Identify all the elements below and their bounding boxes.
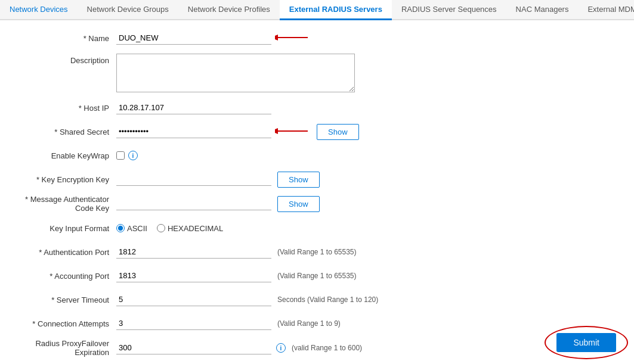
proxy-failover-label: Radius ProxyFailover Expiration xyxy=(12,339,116,357)
connection-attempts-row: * Connection Attempts (Valid Range 1 to … xyxy=(12,315,622,332)
server-timeout-hint: Seconds (Valid Range 1 to 120) xyxy=(277,295,378,304)
proxy-failover-row: Radius ProxyFailover Expiration i (valid… xyxy=(12,339,622,357)
tab-network-device-profiles[interactable]: Network Device Profiles xyxy=(178,0,280,20)
shared-secret-arrow-annotation xyxy=(275,126,311,138)
connection-attempts-hint: (Valid Range 1 to 9) xyxy=(277,319,341,328)
tab-radius-server-sequences[interactable]: RADIUS Server Sequences xyxy=(392,0,506,20)
enable-keywrap-checkbox[interactable] xyxy=(116,151,125,160)
description-input[interactable] xyxy=(116,54,355,92)
hexadecimal-option[interactable]: HEXADECIMAL xyxy=(157,224,223,233)
description-label: Description xyxy=(12,54,116,65)
server-timeout-label: * Server Timeout xyxy=(12,295,116,304)
host-ip-input[interactable] xyxy=(116,101,271,114)
shared-secret-input[interactable] xyxy=(116,125,271,138)
shared-secret-label: * Shared Secret xyxy=(12,127,116,136)
submit-wrap: Submit xyxy=(556,333,616,352)
accounting-port-hint: (Valid Range 1 to 65535) xyxy=(277,272,357,280)
keywrap-info-icon[interactable]: i xyxy=(128,151,138,160)
message-auth-input[interactable] xyxy=(116,197,271,210)
enable-keywrap-label: Enable KeyWrap xyxy=(12,151,116,160)
name-arrow-annotation xyxy=(275,32,311,45)
tab-nac-managers[interactable]: NAC Managers xyxy=(506,0,579,20)
proxy-failover-hint: (valid Range 1 to 600) xyxy=(292,344,362,352)
host-ip-row: * Host IP xyxy=(12,99,622,116)
enable-keywrap-checkbox-wrap: i xyxy=(116,151,138,160)
message-auth-label: * Message Authenticator Code Key xyxy=(12,195,116,213)
key-input-format-row: Key Input Format ASCII HEXADECIMAL xyxy=(12,220,622,237)
host-ip-label: * Host IP xyxy=(12,104,116,113)
tab-network-device-groups[interactable]: Network Device Groups xyxy=(78,0,178,20)
description-row: Description xyxy=(12,54,622,92)
tab-external-mdm[interactable]: External MDM xyxy=(578,0,634,20)
auth-port-input[interactable] xyxy=(116,245,271,259)
key-input-format-label: Key Input Format xyxy=(12,224,116,233)
hexadecimal-radio[interactable] xyxy=(157,224,165,232)
auth-port-label: * Authentication Port xyxy=(12,248,116,257)
tab-external-radius-servers[interactable]: External RADIUS Servers xyxy=(280,0,392,20)
key-encryption-label: * Key Encryption Key xyxy=(12,175,116,184)
form-content: * Name Description * Host IP * Shared Se… xyxy=(0,20,634,363)
name-label: * Name xyxy=(12,34,116,43)
submit-button[interactable]: Submit xyxy=(556,333,616,352)
tab-bar: Network Devices Network Device Groups Ne… xyxy=(0,0,634,20)
enable-keywrap-row: Enable KeyWrap i xyxy=(12,147,622,164)
ascii-radio[interactable] xyxy=(116,224,125,232)
key-encryption-input[interactable] xyxy=(116,173,271,186)
server-timeout-input[interactable] xyxy=(116,293,271,306)
ascii-label: ASCII xyxy=(127,224,147,233)
key-encryption-show-button[interactable]: Show xyxy=(277,172,320,188)
server-timeout-row: * Server Timeout Seconds (Valid Range 1 … xyxy=(12,291,622,308)
accounting-port-input[interactable] xyxy=(116,269,271,282)
connection-attempts-label: * Connection Attempts xyxy=(12,319,116,328)
accounting-port-row: * Accounting Port (Valid Range 1 to 6553… xyxy=(12,267,622,284)
name-row: * Name xyxy=(12,30,622,46)
tab-network-devices[interactable]: Network Devices xyxy=(0,0,78,20)
submit-area: Submit xyxy=(545,327,628,358)
proxy-failover-input[interactable] xyxy=(116,341,271,354)
accounting-port-label: * Accounting Port xyxy=(12,272,116,281)
hexadecimal-label: HEXADECIMAL xyxy=(168,224,223,233)
key-encryption-row: * Key Encryption Key Show xyxy=(12,171,622,188)
connection-attempts-input[interactable] xyxy=(116,317,271,330)
shared-secret-row: * Shared Secret Show xyxy=(12,123,622,140)
shared-secret-show-button[interactable]: Show xyxy=(317,124,359,140)
key-input-format-options: ASCII HEXADECIMAL xyxy=(116,224,223,233)
auth-port-row: * Authentication Port (Valid Range 1 to … xyxy=(12,244,622,260)
message-auth-show-button[interactable]: Show xyxy=(277,196,320,212)
proxy-failover-info-icon[interactable]: i xyxy=(276,343,286,353)
message-auth-row: * Message Authenticator Code Key Show xyxy=(12,195,622,213)
auth-port-hint: (Valid Range 1 to 65535) xyxy=(277,248,357,256)
ascii-option[interactable]: ASCII xyxy=(116,224,147,233)
name-input[interactable] xyxy=(116,32,271,45)
